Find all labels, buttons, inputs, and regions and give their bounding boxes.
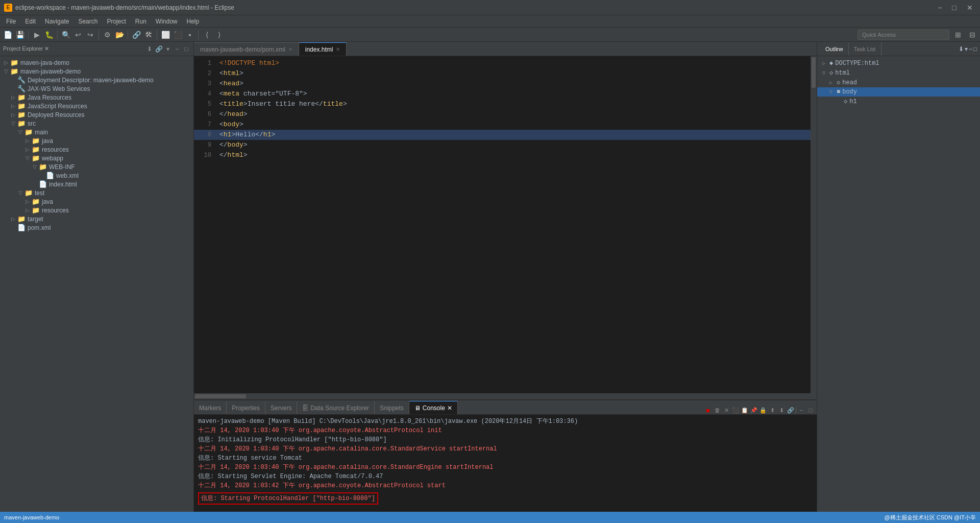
tree-expand-icon[interactable]: ▽: [2, 68, 10, 74]
editor-hscrollbar-thumb[interactable]: [195, 394, 246, 398]
console-clear-button[interactable]: 🗑: [713, 406, 721, 414]
editor-hscrollbar[interactable]: [194, 393, 811, 399]
tree-item-deployed-resources[interactable]: ▷📁Deployed Resources: [0, 110, 193, 119]
maximize-panel-button[interactable]: □: [182, 45, 190, 53]
tree-item-maven-java-demo[interactable]: ▷📁maven-java-demo: [0, 58, 193, 67]
menu-search[interactable]: Search: [74, 17, 102, 26]
tab-task-list[interactable]: Task List: [849, 42, 881, 56]
toolbar-btn-12[interactable]: ⟩: [213, 29, 225, 40]
window-controls[interactable]: − □ ✕: [935, 3, 976, 13]
tree-item-webapp[interactable]: ▽📁webapp: [0, 154, 193, 162]
tree-expand-icon[interactable]: ▷: [9, 112, 17, 117]
console-btn-5[interactable]: ⬆: [768, 406, 776, 414]
outline-item-body[interactable]: ▽■body: [817, 87, 980, 97]
menu-file[interactable]: File: [2, 17, 20, 26]
console-stop-button[interactable]: ■: [704, 406, 712, 414]
view-menu-button[interactable]: ▾: [164, 45, 172, 53]
outline-expand-icon[interactable]: ▽: [829, 89, 837, 95]
outline-expand-icon[interactable]: ▽: [822, 70, 829, 76]
tab-snippets[interactable]: Snippets: [375, 401, 409, 414]
console-btn-4[interactable]: 🔒: [759, 406, 767, 414]
outline-item-html[interactable]: ▽◇html: [817, 68, 980, 78]
menu-run[interactable]: Run: [131, 17, 151, 26]
tree-item-src[interactable]: ▽📁src: [0, 119, 193, 128]
outline-menu-button[interactable]: ▾: [965, 45, 968, 53]
link-editor-button[interactable]: 🔗: [155, 45, 163, 53]
tree-item-web.xml[interactable]: 📄web.xml: [0, 171, 193, 180]
tree-expand-icon[interactable]: ▷: [9, 103, 17, 109]
tab-outline[interactable]: Outline: [820, 42, 849, 56]
console-maximize[interactable]: □: [806, 406, 815, 414]
console-minimize[interactable]: −: [797, 406, 805, 414]
tree-item-java-resources[interactable]: ▷📁Java Resources: [0, 93, 193, 102]
tree-item-resources[interactable]: ▷📁resources: [0, 145, 193, 154]
toolbar-btn-7[interactable]: 🛠: [143, 29, 154, 40]
tree-expand-icon[interactable]: ▷: [9, 216, 17, 222]
tree-item-index.html[interactable]: 📄index.html: [0, 180, 193, 188]
outline-tree[interactable]: ▷◆DOCTYPE:html▽◇html▷◇head▽■body◇h1: [817, 56, 980, 512]
tree-item-WEB-INF[interactable]: ▽📁WEB-INF: [0, 162, 193, 171]
perspective-btn-1[interactable]: ⊞: [952, 29, 964, 40]
tab-index-html-close[interactable]: ✕: [336, 46, 340, 52]
console-btn-6[interactable]: ⬇: [777, 406, 786, 414]
tree-expand-icon[interactable]: ▷: [23, 138, 32, 144]
tree-expand-icon[interactable]: ▷: [23, 199, 32, 204]
tab-data-source-explorer[interactable]: 🗄 Data Source Explorer: [297, 401, 375, 414]
project-tree[interactable]: ▷📁maven-java-demo▽📁maven-javaweb-demo🔧De…: [0, 56, 193, 512]
collapse-all-button[interactable]: ⬇: [145, 45, 154, 53]
debug-button[interactable]: 🐛: [43, 29, 55, 40]
console-btn-1[interactable]: ✕: [722, 406, 730, 414]
tree-item-test[interactable]: ▽📁test: [0, 188, 193, 197]
outline-collapse-button[interactable]: ⬇: [959, 45, 964, 53]
tab-console[interactable]: 🖥 Console ✕: [409, 401, 458, 414]
tree-item-jax-ws[interactable]: 🔧JAX-WS Web Services: [0, 84, 193, 93]
tree-expand-icon[interactable]: ▽: [16, 129, 24, 135]
close-button[interactable]: ✕: [964, 3, 976, 13]
undo-button[interactable]: ↩: [72, 29, 84, 40]
console-btn-2[interactable]: ⬛: [731, 406, 740, 414]
outline-item-doctype[interactable]: ▷◆DOCTYPE:html: [817, 58, 980, 68]
outline-maximize-button[interactable]: □: [973, 45, 977, 53]
outline-expand-icon[interactable]: ▷: [829, 80, 837, 86]
tree-expand-icon[interactable]: ▽: [31, 164, 39, 170]
menu-help[interactable]: Help: [183, 17, 204, 26]
search-button[interactable]: 🔍: [60, 29, 71, 40]
new-button[interactable]: 📄: [2, 29, 13, 40]
tree-expand-icon[interactable]: ▷: [23, 207, 32, 213]
menu-project[interactable]: Project: [103, 17, 130, 26]
perspective-btn-2[interactable]: ⊟: [967, 29, 978, 40]
tab-markers[interactable]: Markers: [194, 401, 227, 414]
console-btn-3[interactable]: 📋: [741, 406, 749, 414]
toolbar-btn-8[interactable]: ⬜: [160, 29, 171, 40]
console-pin-button[interactable]: 📌: [750, 406, 758, 414]
console-scroll-lock[interactable]: 🔗: [787, 406, 795, 414]
toolbar-btn-11[interactable]: ⟨: [201, 29, 212, 40]
run-button[interactable]: ▶: [31, 29, 42, 40]
save-button[interactable]: 💾: [14, 29, 26, 40]
tab-properties[interactable]: Properties: [227, 401, 265, 414]
menu-navigate[interactable]: Navigate: [41, 17, 73, 26]
tree-item-deployment-descriptor[interactable]: 🔧Deployment Descriptor: maven-javaweb-de…: [0, 76, 193, 84]
tree-expand-icon[interactable]: ▷: [2, 60, 10, 65]
tab-index-html[interactable]: index.html ✕: [299, 42, 347, 56]
tree-item-test-resources[interactable]: ▷📁resources: [0, 206, 193, 215]
code-editor[interactable]: 1<!DOCTYPE html>2<html>3<head>4 <meta ch…: [194, 56, 817, 399]
menu-edit[interactable]: Edit: [21, 17, 40, 26]
toolbar-btn-4[interactable]: ⚙: [102, 29, 113, 40]
console-output[interactable]: maven-javaweb-demo [Maven Build] C:\DevT…: [194, 415, 817, 512]
outline-item-h1[interactable]: ◇h1: [817, 97, 980, 106]
tab-pom-xml[interactable]: maven-javaweb-demo/pom.xml ✕: [194, 42, 299, 56]
tree-item-test-java[interactable]: ▷📁java: [0, 197, 193, 206]
editor-scrollbar[interactable]: [811, 56, 817, 399]
tree-item-main[interactable]: ▽📁main: [0, 128, 193, 136]
minimize-button[interactable]: −: [935, 3, 945, 13]
tree-item-javascript-resources[interactable]: ▷📁JavaScript Resources: [0, 102, 193, 110]
console-close[interactable]: ✕: [447, 405, 452, 412]
outline-item-head[interactable]: ▷◇head: [817, 78, 980, 87]
redo-button[interactable]: ↪: [85, 29, 96, 40]
tree-item-target[interactable]: ▷📁target: [0, 215, 193, 223]
toolbar-btn-5[interactable]: 📂: [114, 29, 125, 40]
toolbar-btn-6[interactable]: 🔗: [131, 29, 142, 40]
tree-item-pom.xml[interactable]: 📄pom.xml: [0, 223, 193, 232]
minimize-panel-button[interactable]: −: [173, 45, 181, 53]
